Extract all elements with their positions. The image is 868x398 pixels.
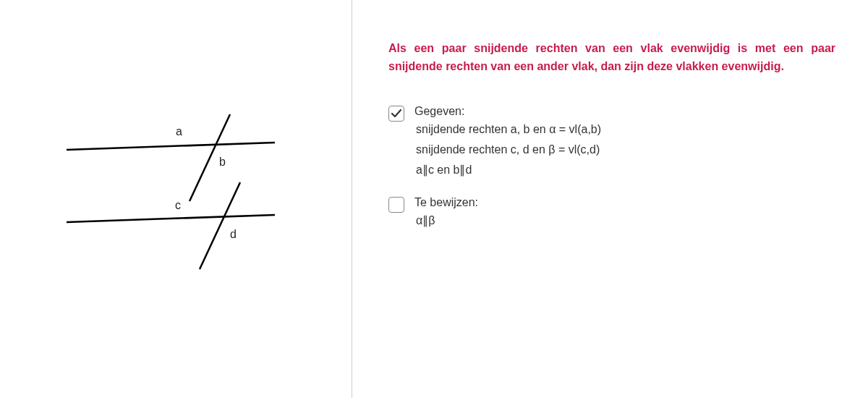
given-line: a∥c en b∥d (416, 161, 601, 179)
toprove-checkbox[interactable] (388, 197, 404, 213)
given-line: snijdende rechten a, b en α = vl(a,b) (416, 121, 601, 138)
toprove-section: Te bewijzen: α∥β (388, 196, 835, 229)
svg-line-3 (200, 182, 240, 269)
svg-line-0 (67, 143, 275, 150)
label-a: a (176, 125, 182, 138)
toprove-content: Te bewijzen: α∥β (414, 196, 478, 229)
theorem-statement: Als een paar snijdende rechten van een v… (388, 40, 835, 76)
given-line: snijdende rechten c, d en β = vl(c,d) (416, 141, 601, 158)
given-checkbox[interactable] (388, 106, 404, 122)
label-b: b (219, 156, 226, 169)
text-panel: Als een paar snijdende rechten van een v… (352, 0, 868, 398)
given-title: Gegeven: (414, 105, 601, 118)
check-icon (391, 108, 402, 119)
toprove-title: Te bewijzen: (414, 196, 478, 209)
toprove-line: α∥β (416, 212, 478, 229)
label-c: c (175, 199, 181, 212)
given-section: Gegeven: snijdende rechten a, b en α = v… (388, 105, 835, 179)
svg-line-2 (67, 215, 275, 222)
diagram-panel[interactable]: a b c d (0, 0, 352, 398)
label-d: d (230, 228, 237, 241)
given-content: Gegeven: snijdende rechten a, b en α = v… (414, 105, 601, 179)
